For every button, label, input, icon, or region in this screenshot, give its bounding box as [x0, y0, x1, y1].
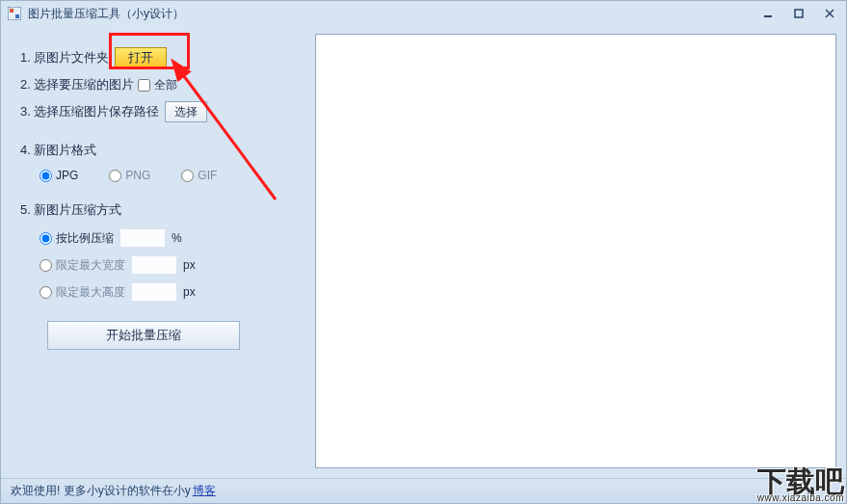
unit-percent: % — [172, 231, 191, 245]
max-width-input[interactable] — [131, 255, 177, 275]
label-compress-mode: 5. 新图片压缩方式 — [20, 201, 298, 219]
settings-panel: 1. 原图片文件夹 打开 2. 选择要压缩的图片 全部 3. 选择压缩图片保存路… — [11, 34, 309, 478]
app-icon — [7, 6, 22, 21]
select-path-button[interactable]: 选择 — [165, 101, 207, 122]
ratio-input[interactable] — [119, 228, 166, 248]
blog-link[interactable]: 博客 — [193, 483, 216, 499]
minimize-button[interactable] — [757, 6, 779, 21]
radio-jpg[interactable]: JPG — [40, 169, 78, 182]
statusbar: 欢迎使用! 更多小y设计的软件在小y 博客 — [1, 478, 846, 503]
max-height-input[interactable] — [131, 282, 177, 302]
status-text: 欢迎使用! 更多小y设计的软件在小y — [11, 483, 191, 499]
window-controls — [757, 6, 840, 21]
titlebar: 图片批量压缩工具（小y设计） — [1, 1, 846, 26]
radio-max-height[interactable]: 限定最大高度 — [40, 284, 125, 301]
svg-rect-1 — [10, 9, 13, 13]
label-format: 4. 新图片格式 — [20, 142, 298, 159]
select-all-label: 全部 — [154, 77, 177, 93]
radio-max-width[interactable]: 限定最大宽度 — [40, 257, 125, 274]
radio-ratio[interactable]: 按比例压缩 — [40, 230, 114, 247]
radio-png[interactable]: PNG — [109, 169, 150, 182]
label-save-path: 3. 选择压缩图片保存路径 — [20, 103, 159, 120]
preview-pane — [315, 34, 836, 468]
close-button[interactable] — [819, 6, 840, 21]
label-source-folder: 1. 原图片文件夹 — [20, 49, 109, 66]
maximize-button[interactable] — [788, 6, 809, 21]
content-area: 1. 原图片文件夹 打开 2. 选择要压缩的图片 全部 3. 选择压缩图片保存路… — [1, 26, 846, 478]
label-select-images: 2. 选择要压缩的图片 — [20, 76, 134, 93]
window-title: 图片批量压缩工具（小y设计） — [28, 6, 184, 22]
app-window: 图片批量压缩工具（小y设计） 1. 原图片文件夹 打开 2. 选择要压缩的图片 … — [0, 0, 847, 504]
select-all-checkbox[interactable] — [138, 79, 150, 92]
svg-rect-4 — [795, 10, 803, 17]
radio-gif[interactable]: GIF — [181, 169, 217, 182]
unit-px-h: px — [183, 285, 202, 299]
unit-px-w: px — [183, 258, 202, 272]
open-folder-button[interactable]: 打开 — [115, 47, 167, 68]
svg-rect-2 — [15, 14, 19, 18]
start-compress-button[interactable]: 开始批量压缩 — [47, 321, 240, 350]
